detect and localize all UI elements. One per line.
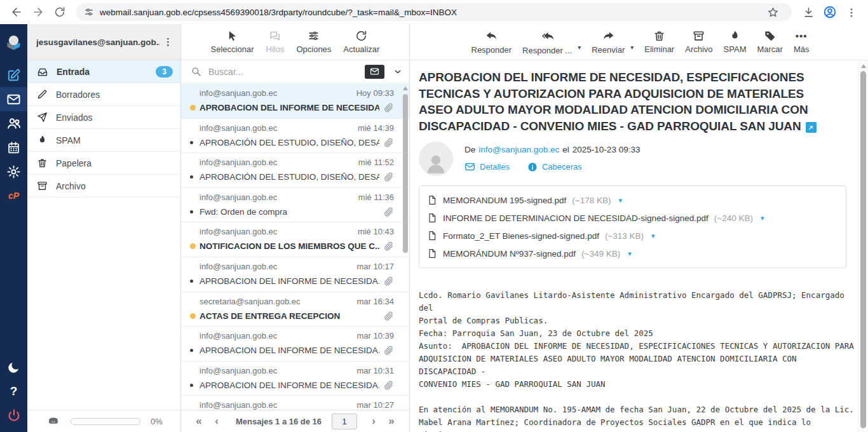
- reply-all-button[interactable]: Responder ...: [522, 29, 572, 55]
- threads-icon: [269, 30, 281, 42]
- scrollbar-thumb[interactable]: [860, 71, 866, 428]
- spam-button[interactable]: SPAM: [724, 30, 747, 54]
- attachment-item[interactable]: MEMORÁNDUM Nº937-signed.pdf (~349 KB) ▾: [427, 245, 838, 262]
- forward-button[interactable]: Reenviar: [592, 29, 625, 55]
- read-dot: [190, 384, 193, 387]
- headers-toggle[interactable]: Cabeceras: [527, 161, 582, 172]
- dark-mode-button[interactable]: [0, 355, 27, 379]
- select-button[interactable]: Seleccionar: [211, 30, 254, 54]
- settings-nav-button[interactable]: [0, 159, 27, 184]
- prev-page-button[interactable]: ‹: [208, 415, 226, 428]
- attachment-item[interactable]: MEMORANDUM 195-signed.pdf (~178 KB) ▾: [427, 191, 838, 209]
- message-row[interactable]: info@sanjuan.gob.ecmar 10:17 APROBACION …: [181, 257, 409, 292]
- bookmark-star-icon[interactable]: [767, 6, 779, 18]
- from-line: De info@sanjuan.gob.ec el 2025-10-23 09:…: [465, 145, 640, 154]
- attachments-box: MEMORANDUM 195-signed.pdf (~178 KB) ▾ IN…: [419, 186, 846, 268]
- attachment-menu-icon[interactable]: ▾: [761, 214, 764, 222]
- pager-status: Mensajes 1 a 16 de 16: [226, 417, 332, 426]
- pdf-file-icon: [427, 248, 437, 259]
- message-row[interactable]: info@sanjuan.gob.ecmié 11:52 APROBACIÓN …: [181, 153, 409, 188]
- attachment-icon: [383, 380, 394, 391]
- reply-all-menu-icon[interactable]: ▾: [578, 44, 581, 51]
- message-row[interactable]: info@sanjuan.gob.ecHoy 09:33 APROBACION …: [181, 84, 409, 119]
- message-row[interactable]: secretaria@sanjuan.gob.ecmar 16:34 ACTAS…: [181, 292, 409, 327]
- read-dot: [190, 175, 193, 179]
- delete-button[interactable]: Eliminar: [644, 30, 674, 54]
- search-input[interactable]: Buscar...: [208, 67, 358, 77]
- attachment-item[interactable]: Formato_2_ET Bienes-signed-signed.pdf (~…: [427, 227, 838, 245]
- attachment-menu-icon[interactable]: ▾: [619, 196, 623, 205]
- refresh-button[interactable]: Actualizar: [343, 30, 379, 54]
- next-page-button[interactable]: ›: [365, 415, 383, 428]
- page-number-input[interactable]: 1: [332, 414, 357, 429]
- scroll-up-icon[interactable]: [861, 64, 866, 68]
- folder-item-archive[interactable]: Archivo: [27, 175, 180, 198]
- fire-icon: [729, 30, 741, 42]
- compose-button[interactable]: [0, 63, 27, 87]
- list-scrollbar[interactable]: [402, 86, 408, 407]
- mail-nav-button[interactable]: [0, 87, 27, 111]
- message-row[interactable]: info@sanjuan.gob.ecmar 10:27: [181, 396, 409, 410]
- list-pager: « ‹ Mensajes 1 a 16 de 16 1 › »: [181, 410, 409, 432]
- address-bar[interactable]: webmail.sanjuan.gob.ec/cpsess4569390018/…: [76, 3, 792, 21]
- archive-icon: [37, 180, 48, 191]
- message-date: 2025-10-23 09:33: [573, 145, 641, 154]
- browser-back-button[interactable]: [6, 2, 27, 22]
- open-in-new-window-icon[interactable]: [806, 122, 817, 133]
- sender-header: De info@sanjuan.gob.ec el 2025-10-23 09:…: [419, 142, 846, 176]
- browser-forward-button[interactable]: [28, 2, 48, 22]
- list-toolbar: Seleccionar Hilos Opciones Actualizar: [181, 24, 409, 60]
- compose-shortcut-button[interactable]: [365, 65, 384, 79]
- reply-button[interactable]: Responder: [471, 29, 512, 55]
- inbox-icon: [37, 66, 48, 78]
- attachment-icon: [383, 276, 394, 287]
- account-menu-button[interactable]: ⋮: [159, 36, 177, 48]
- threads-button[interactable]: Hilos: [266, 30, 285, 54]
- more-button[interactable]: ••• Más: [794, 30, 810, 54]
- browser-reload-button[interactable]: [50, 2, 70, 22]
- search-scope-chevron-icon[interactable]: [393, 67, 403, 77]
- browser-menu-button[interactable]: ⋮: [841, 2, 862, 22]
- site-settings-icon[interactable]: [84, 7, 94, 17]
- message-scrollbar[interactable]: [858, 61, 868, 432]
- attachment-item[interactable]: INFORME DE DETERMINACION DE NECESIDAD-si…: [427, 209, 838, 227]
- more-dots-icon: •••: [796, 30, 808, 42]
- mark-button[interactable]: Marcar: [757, 30, 782, 54]
- contacts-nav-button[interactable]: [0, 111, 27, 135]
- sliders-icon: [308, 30, 320, 42]
- folder-item-spam[interactable]: SPAM: [27, 129, 180, 152]
- cpanel-link[interactable]: cP: [0, 184, 27, 208]
- folder-item-inbox[interactable]: Entrada 3: [27, 60, 180, 83]
- attachment-menu-icon[interactable]: ▾: [651, 232, 655, 240]
- options-button[interactable]: Opciones: [296, 30, 331, 54]
- calendar-nav-button[interactable]: [0, 135, 27, 159]
- folders-panel: jesusgavilanes@sanjuan.gob.... ⋮ Entrada…: [27, 24, 181, 432]
- cursor-icon: [226, 30, 238, 42]
- forward-menu-icon[interactable]: ▾: [630, 44, 634, 51]
- pdf-file-icon: [427, 231, 437, 241]
- unread-dot: [190, 313, 196, 319]
- read-dot: [190, 280, 193, 283]
- downloads-button[interactable]: [798, 2, 818, 22]
- folder-item-sent[interactable]: Enviados: [27, 106, 180, 129]
- refresh-icon: [355, 30, 367, 42]
- archive-button[interactable]: Archivo: [685, 30, 712, 54]
- message-row[interactable]: info@sanjuan.gob.ecmié 10:43 NOTIFICACIO…: [181, 222, 409, 257]
- scroll-up-icon[interactable]: [403, 86, 408, 90]
- attachment-menu-icon[interactable]: ▾: [628, 250, 632, 258]
- url-text[interactable]: webmail.sanjuan.gob.ec/cpsess4569390018/…: [100, 8, 761, 17]
- logout-button[interactable]: [0, 403, 27, 428]
- message-row[interactable]: info@sanjuan.gob.ecmié 11:36 Fwd: Orden …: [181, 188, 409, 223]
- scrollbar-thumb[interactable]: [403, 94, 408, 253]
- first-page-button[interactable]: «: [190, 415, 208, 428]
- help-button[interactable]: ?: [0, 379, 27, 403]
- folder-item-drafts[interactable]: Borradores: [27, 83, 180, 106]
- last-page-button[interactable]: »: [383, 415, 400, 428]
- message-row[interactable]: info@sanjuan.gob.ecmié 14:39 APROBACIÓN …: [181, 119, 409, 154]
- message-row[interactable]: info@sanjuan.gob.ecmar 10:39 APROBACION …: [181, 327, 409, 361]
- folder-item-trash[interactable]: Papelera: [27, 152, 180, 175]
- message-row[interactable]: info@sanjuan.gob.ecmar 10:31 APROBACION …: [181, 361, 409, 396]
- browser-profile-button[interactable]: [820, 2, 840, 22]
- sender-email-link[interactable]: info@sanjuan.gob.ec: [478, 145, 559, 154]
- details-toggle[interactable]: Detalles: [465, 161, 510, 172]
